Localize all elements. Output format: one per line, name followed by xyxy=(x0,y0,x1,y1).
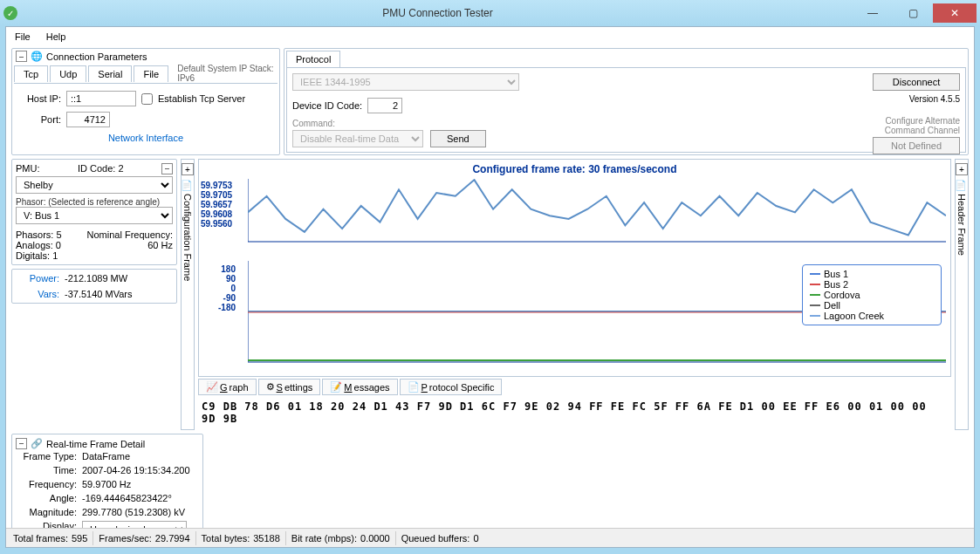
pmu-collapse[interactable]: – xyxy=(161,163,173,174)
tab-protocol-specific[interactable]: 📄Protocol Specific xyxy=(400,379,503,395)
queued-buffers-value: 0 xyxy=(473,533,478,544)
phasor-select[interactable]: V: Bus 1 xyxy=(16,207,173,224)
menubar: File Help xyxy=(6,27,974,46)
chart-icon: 📈 xyxy=(206,381,218,393)
collapse-button[interactable]: – xyxy=(16,51,27,62)
configure-alternate-label: Configure Alternate Command Channel xyxy=(855,116,960,135)
command-label: Command: xyxy=(292,119,838,128)
tab-serial[interactable]: Serial xyxy=(88,65,132,82)
frame-type-value: DataFrame xyxy=(82,451,130,462)
total-frames-value: 595 xyxy=(72,533,87,544)
angle-y-labels: 180900-90-180 xyxy=(201,264,236,312)
header-frame-tab[interactable]: +📄Header Frame xyxy=(955,159,969,430)
establish-tcp-checkbox[interactable] xyxy=(141,93,153,105)
send-button[interactable]: Send xyxy=(430,130,486,147)
host-ip-input[interactable] xyxy=(66,91,136,106)
tab-tcp[interactable]: Tcp xyxy=(14,65,48,82)
gear-icon: ⚙ xyxy=(266,381,275,393)
link-icon: 🔗 xyxy=(31,438,43,449)
disconnect-button[interactable]: Disconnect xyxy=(873,73,960,91)
minimize-button[interactable]: — xyxy=(853,3,893,23)
maximize-button[interactable]: ▢ xyxy=(893,3,933,23)
command-select[interactable]: Disable Real-time Data xyxy=(292,130,423,147)
id-code-label: ID Code: 2 xyxy=(78,163,124,174)
hex-data: C9 DB 78 D6 01 18 20 24 D1 43 F7 9D D1 6… xyxy=(198,395,951,430)
configuration-frame-tab[interactable]: +📄Configuration Frame xyxy=(181,159,195,430)
total-bytes-value: 35188 xyxy=(253,533,280,544)
close-button[interactable]: ✕ xyxy=(933,3,977,23)
doc-icon: 📄 xyxy=(408,381,420,393)
angle-value: -169.444645823422° xyxy=(82,493,172,503)
pmu-select[interactable]: Shelby xyxy=(16,176,173,194)
tab-udp[interactable]: Udp xyxy=(50,65,86,82)
magnitude-value: 299.7780 (519.2308) kV xyxy=(82,507,185,517)
power-label: Power: xyxy=(16,273,59,284)
note-icon: 📝 xyxy=(330,381,342,393)
graph-panel: Configured frame rate: 30 frames/second … xyxy=(198,159,951,377)
device-id-label: Device ID Code: xyxy=(292,100,362,111)
host-ip-label: Host IP: xyxy=(17,93,61,104)
phasors-count: Phasors: 5 xyxy=(16,229,87,240)
time-value: 2007-04-26 19:15:34.200 xyxy=(82,465,190,475)
tab-file[interactable]: File xyxy=(134,65,168,82)
freq-y-labels: 59.975359.970559.965759.960859.9560 xyxy=(201,181,232,229)
nominal-freq-value: 60 Hz xyxy=(87,240,173,250)
rtf-header: Real-time Frame Detail xyxy=(46,439,145,449)
connection-parameters-panel: – 🌐 Connection Parameters Tcp Udp Serial… xyxy=(11,48,280,155)
app-icon: ✓ xyxy=(3,6,17,20)
frequency-chart xyxy=(248,179,946,243)
vars-label: Vars: xyxy=(16,289,59,299)
phasor-note: Phasor: (Selected is reference angle) xyxy=(16,197,173,207)
globe-icon: 🌐 xyxy=(31,51,43,62)
digitals-count: Digitals: 1 xyxy=(16,250,87,261)
power-value: -212.1089 MW xyxy=(65,273,127,284)
port-input[interactable] xyxy=(66,112,110,127)
port-label: Port: xyxy=(17,114,61,125)
menu-file[interactable]: File xyxy=(15,31,31,42)
pmu-label: PMU: xyxy=(16,163,40,174)
fps-value: 29.7994 xyxy=(155,533,190,544)
statusbar: Total frames:595 Frames/sec:29.7994 Tota… xyxy=(6,528,974,547)
pmu-panel: PMU: ID Code: 2 – Shelby Phasor: (Select… xyxy=(11,159,177,265)
analogs-count: Analogs: 0 xyxy=(16,240,87,250)
tab-settings[interactable]: ⚙Settings xyxy=(258,379,321,395)
power-panel: Power:-212.1089 MW Vars:-37.5140 MVars xyxy=(11,269,177,304)
frequency-value: 59.9700 Hz xyxy=(82,479,131,489)
connection-parameters-label: Connection Parameters xyxy=(46,51,147,62)
tab-protocol[interactable]: Protocol xyxy=(286,51,340,68)
protocol-panel: Protocol IEEE 1344-1995 Device ID Code: … xyxy=(284,48,969,155)
bitrate-value: 0.0000 xyxy=(360,533,390,544)
establish-tcp-label: Establish Tcp Server xyxy=(158,93,245,104)
not-defined-button[interactable]: Not Defined xyxy=(873,137,960,154)
protocol-select[interactable]: IEEE 1344-1995 xyxy=(292,73,519,91)
window-title: PMU Connection Tester xyxy=(23,7,853,19)
menu-help[interactable]: Help xyxy=(46,31,66,42)
vars-value: -37.5140 MVars xyxy=(65,289,132,299)
network-interface-link[interactable]: Network Interface xyxy=(17,133,274,143)
device-id-input[interactable] xyxy=(367,98,402,113)
version-label: Version 4.5.5 xyxy=(855,94,960,104)
titlebar: ✓ PMU Connection Tester — ▢ ✕ xyxy=(0,0,980,26)
rtf-collapse[interactable]: – xyxy=(16,438,27,449)
tab-graph[interactable]: 📈GGraphraph xyxy=(198,379,257,395)
legend: Bus 1 Bus 2 Cordova Dell Lagoon Creek xyxy=(802,264,942,325)
ip-stack-note: Default System IP Stack: IPv6 xyxy=(177,64,278,83)
tab-messages[interactable]: 📝Messages xyxy=(322,379,397,395)
nominal-freq-label: Nominal Frequency: xyxy=(87,229,173,240)
graph-title: Configured frame rate: 30 frames/second xyxy=(199,160,950,179)
